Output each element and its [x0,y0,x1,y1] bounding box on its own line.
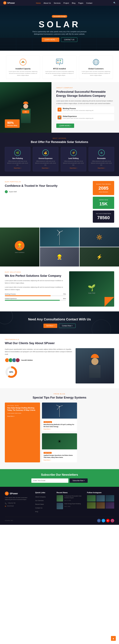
newsletter-title: Subscribe Our Newsletters [5,473,114,476]
insta-item-2[interactable] [105,495,114,502]
feature2-icon: 🌍 [58,116,61,119]
about-learn-btn[interactable]: LEARN MORE > [56,124,74,128]
testimonial-image [76,348,114,384]
solutions-right: 🌱 Solar Field [69,271,114,306]
counter-team-label: Exclusive Team Members [96,184,111,185]
testimonials-title: What Our Clients Say About SPower [5,342,114,345]
counter-team-num: 2085 [96,186,111,191]
nav-item-about[interactable]: About Us [44,2,51,4]
solutions-desc: Lorem ipsum dolor sit amet consectetur a… [5,280,66,284]
footer-instagram-heading: Follow Instagram [87,492,114,494]
footer-link-1[interactable]: Our Services [35,499,53,502]
insta-item-3[interactable] [87,502,96,508]
offer-card-link-0[interactable]: Read More > [7,167,28,169]
offer-card-title-3: Renewable [91,158,112,159]
footer-top: ☀ SPower Lorem ipsum dolor sit amet cons… [5,492,114,514]
footer-links-heading: Quick Links [35,492,53,494]
capacity-icon [19,58,27,66]
social-twitter[interactable]: t [102,519,105,522]
footer-link-2[interactable]: Recent News [35,502,53,506]
nav-item-home[interactable]: Home [36,2,41,4]
about-image: 90% 90% Success Story [0,82,51,133]
solutions-left: Our Solutions We Are Perfect Solutions S… [5,271,66,306]
feature1-icon: ⚙ [58,108,61,112]
stat-card-capacity: Installed Capacity Lorem ipsum dolor sit… [6,56,40,79]
nav-item-project[interactable]: Project [64,2,69,4]
solutions-section: Our Solutions We Are Perfect Solutions S… [0,266,119,312]
nav-item-pages[interactable]: Pages [78,2,83,4]
footer-link-3[interactable]: Contact Us [35,506,53,509]
gallery-item-0: 👷 Solar Installation [0,228,39,266]
nav-item-services[interactable]: Services [54,2,60,4]
blog-card-2: ☀ Solar Power Applied Design Questions A… [42,433,77,462]
about-badge: 90% Success Story [5,119,20,128]
footer-news-0: Professional Renewable Solar Solutions E… [57,495,84,502]
nav-item-blog[interactable]: Blog [72,2,75,4]
counter-team: Exclusive Team Members 2085 Active Membe… [93,181,114,195]
progress-item-2: Global Experience 90% [5,298,66,301]
newsletter-btn[interactable]: Subscribe Now > [70,478,88,483]
offer-icon-1: 💰 [42,150,49,156]
offer-section-label: Best Offers [5,138,114,139]
hero-btn-contact[interactable]: CONTACT US [61,38,77,42]
hero-btn-learn[interactable]: LEARN MORE > [42,38,60,42]
gallery-item-1 [40,228,79,247]
svg-line-29 [58,232,60,236]
testimonials-section-label: Testimonials [5,339,114,340]
svg-line-28 [60,231,63,232]
footer-news-title-0: Professional Renewable Solar Solutions E… [64,495,84,499]
offer-card-link-1[interactable]: Read More > [35,167,56,169]
nav-item-contact[interactable]: Contact [86,2,92,4]
blog-grid: Solar Energy · January How Solar Design … [5,402,114,464]
feature1-title: Working Process [63,108,94,110]
testimonial-right [76,348,114,384]
about-feature-2: 🌍 Global Experience Lorem ipsum dolor si… [56,114,114,121]
blog-link-1[interactable]: Read More > [44,428,76,430]
footer-link-4[interactable]: FAQ [35,510,53,513]
newsletter-email-input[interactable] [31,478,68,483]
confidence-section-label: Our Portfolio [5,181,90,182]
consultation-btn1[interactable]: Get More > [43,324,57,328]
social-facebook[interactable]: f [97,519,101,522]
offer-card-link-2[interactable]: Read More > [63,167,84,169]
consultation-btn2[interactable]: Contact Now > [59,324,76,328]
footer-bottom: #123456, TBC f t ▶ 📷 [5,519,114,522]
footer: ☀ SPower Lorem ipsum dolor sit amet cons… [0,487,119,525]
counter-clients-label: Satisfied Clients [96,199,111,200]
offer-card-desc-1: Officia deserunt mollit anim id est labo… [35,160,56,166]
svg-line-36 [60,406,63,406]
insta-item-4[interactable] [96,502,105,508]
counter-clients: Satisfied Clients 15K [93,197,114,209]
footer-col-instagram: Follow Instagram [87,492,114,514]
insta-item-1[interactable] [96,495,105,502]
blog-link-2[interactable]: Read More > [44,459,76,461]
blog-featured-link[interactable]: Read More > [7,416,38,417]
footer-phone-text: +00(123) 789 [8,502,16,504]
social-instagram[interactable]: 📷 [111,519,114,522]
insta-item-0[interactable] [87,495,96,502]
progress1-label: Working Process [5,293,16,295]
counter-team-sublabel: Active Members [96,191,111,193]
offer-card-title-1: General Expenses [35,158,56,159]
svg-rect-16 [57,62,59,63]
blog-section: From Blog Special Tips For Solar Energy … [0,388,119,469]
insta-item-5[interactable] [105,502,114,508]
stat-card-mtce: MTCE Installed Lorem ipsum dolor sit ame… [43,56,77,79]
footer-logo-text: SPower [10,492,18,495]
stat-title-1: MTCE Installed [44,68,75,70]
solutions-desc2: Lorem ipsum dolor sit amet consectetur a… [5,286,66,291]
social-youtube[interactable]: ▶ [106,519,110,522]
stat-card-global: Global Customers Lorem ipsum dolor sit a… [79,56,113,79]
footer-divider [5,517,114,517]
footer-news-date-1: Feb 5, 2023 [64,506,70,507]
footer-link-0[interactable]: About Company [35,495,53,498]
check-icon: ✓ [5,190,8,193]
offer-card-link-3[interactable]: Read More > [91,167,112,169]
offer-card-2: 🌾 Land Shifting Officia deserunt mollit … [61,147,86,171]
feature2-desc: Lorem ipsum dolor sit amet consectetur a… [63,117,94,120]
footer-copyright: #123456, TBC [5,520,13,521]
search-icon[interactable]: 🔍 [113,2,116,4]
counter-stores-num: 78560 [96,215,111,220]
brand-logo[interactable]: ☀ SPower [3,1,15,4]
donut-chart-container: 60% [5,366,72,379]
